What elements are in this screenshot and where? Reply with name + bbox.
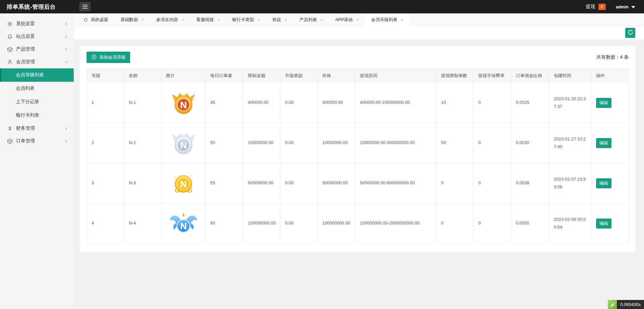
svg-text:$: $ <box>8 126 11 131</box>
top-header: 排单系统-管理后台 提现 0 admin <box>0 0 644 13</box>
edit-button[interactable]: 编辑 <box>596 178 611 188</box>
withdraw-count-badge: 0 <box>598 4 606 10</box>
sidebar-item-system-settings[interactable]: 系统设置 <box>0 17 74 30</box>
svg-text:N: N <box>180 179 186 189</box>
level-image-cell: N <box>161 163 206 203</box>
user-icon <box>6 59 13 65</box>
refresh-icon <box>628 29 633 36</box>
member-levels-table: 等级 名称 图片 每日订单量 限制金额 升级奖励 价格 提现区间 提现限制单数 … <box>87 68 629 244</box>
close-icon[interactable]: × <box>257 17 260 22</box>
sidebar-item-bankcard-list[interactable]: 银行卡列表 <box>0 109 74 122</box>
sidebar-item-label: 会员管理 <box>16 59 35 65</box>
close-icon[interactable]: × <box>284 17 287 22</box>
tab-multilanguage-content[interactable]: 多语言内容 × <box>150 13 191 26</box>
sidebar-item-updown-records[interactable]: 上下分记录 <box>0 95 74 109</box>
table-header-row: 等级 名称 图片 每日订单量 限制金额 升级奖励 价格 提现区间 提现限制单数 … <box>87 69 629 83</box>
cube-icon <box>6 47 13 52</box>
tab-agreement[interactable]: 协议 × <box>266 13 293 26</box>
svg-text:N: N <box>180 140 186 150</box>
column-header: 价格 <box>318 69 355 83</box>
chevron-left-icon <box>64 126 68 131</box>
member-levels-card: 添加会员等级 共有数据：4 条 等级 名称 <box>80 46 635 252</box>
edit-button[interactable]: 编辑 <box>596 219 611 229</box>
withdraw-entry[interactable]: 提现 0 <box>586 4 606 10</box>
column-header: 提现限制单数 <box>436 69 474 83</box>
sidebar-item-finance-management[interactable]: $ 财务管理 <box>0 122 74 135</box>
table-row: 3 N-3 N <box>87 163 629 203</box>
table-row: 4 N-4 <box>87 203 629 244</box>
gold-coin-badge-image: N <box>171 171 196 196</box>
level-image-cell: N <box>161 123 206 163</box>
column-header: 名称 <box>124 69 161 83</box>
chevron-left-icon <box>64 35 68 39</box>
column-header: 订单佣金比例 <box>511 69 549 83</box>
close-icon[interactable]: × <box>400 17 404 22</box>
plus-circle-icon <box>91 54 97 61</box>
status-bar: 0.093430s <box>608 300 644 309</box>
edit-button[interactable]: 编辑 <box>596 138 611 148</box>
admin-app: 排单系统-管理后台 提现 0 admin 系统设置 站点设置 产品管理 <box>0 0 644 309</box>
dollar-icon: $ <box>6 126 13 131</box>
sidebar-item-site-settings[interactable]: 站点设置 <box>0 30 74 43</box>
column-header: 图片 <box>161 69 206 83</box>
level-image-cell: N <box>161 83 206 123</box>
card-header: 添加会员等级 共有数据：4 条 <box>87 52 629 63</box>
sidebar-item-member-management[interactable]: 会员管理 <box>0 56 74 68</box>
edit-button[interactable]: 编辑 <box>596 98 611 108</box>
column-header: 限制金额 <box>243 69 280 83</box>
close-icon[interactable]: × <box>356 17 359 22</box>
column-header: 等级 <box>87 69 124 83</box>
chevron-down-icon <box>64 60 68 64</box>
tab-product-list[interactable]: 产品列表 × <box>293 13 329 26</box>
sidebar-item-label: 系统设置 <box>16 21 35 27</box>
withdraw-label: 提现 <box>586 4 595 10</box>
bell-icon <box>6 34 13 40</box>
header-right: 提现 0 admin <box>586 4 644 10</box>
column-header: 每日订单量 <box>206 69 243 83</box>
tab-member-levels[interactable]: 会员等级列表 × <box>365 13 410 26</box>
table-row: 2 N-2 <box>87 123 629 163</box>
user-menu[interactable]: admin <box>616 4 635 9</box>
refresh-button[interactable] <box>625 28 635 38</box>
main-area: 我的桌面 基础数据 × 多语言内容 × 客服链接 × 银行卡类型 × 协议 × <box>74 13 644 252</box>
sidebar-item-member-levels[interactable]: 会员等级列表 <box>0 68 74 82</box>
tab-bar: 我的桌面 基础数据 × 多语言内容 × 客服链接 × 银行卡类型 × 协议 × <box>74 13 644 26</box>
table-row: 1 N-1 N <box>87 83 629 123</box>
tab-basic-data[interactable]: 基础数据 × <box>114 13 150 26</box>
close-icon[interactable]: × <box>181 17 184 22</box>
sidebar-item-product-management[interactable]: 产品管理 <box>0 43 74 56</box>
column-header: 操作 <box>591 69 629 83</box>
blue-wing-badge-image: N <box>168 211 199 236</box>
add-member-level-button[interactable]: 添加会员等级 <box>87 52 130 63</box>
thinkphp-logo-icon <box>608 300 617 309</box>
silver-badge-image: N <box>171 131 196 156</box>
close-icon[interactable]: × <box>320 17 323 22</box>
tab-my-desktop[interactable]: 我的桌面 <box>77 13 114 26</box>
chevron-left-icon <box>64 47 68 52</box>
execution-time-label: 0.093430s <box>617 300 644 309</box>
sidebar-item-order-management[interactable]: 订单管理 <box>0 135 74 147</box>
chevron-down-icon <box>631 6 635 8</box>
svg-text:N: N <box>180 100 186 110</box>
close-icon[interactable]: × <box>217 17 220 22</box>
close-icon[interactable]: × <box>141 17 144 22</box>
column-header: 升级奖励 <box>280 69 318 83</box>
member-management-submenu: 会员等级列表 会员列表 上下分记录 银行卡列表 <box>0 68 74 122</box>
sidebar-item-label: 订单管理 <box>16 138 35 144</box>
hamburger-icon[interactable] <box>79 2 91 11</box>
sidebar-item-member-list[interactable]: 会员列表 <box>0 82 74 95</box>
cube-icon <box>6 138 13 144</box>
tab-service-links[interactable]: 客服链接 × <box>191 13 226 26</box>
tab-toolbar <box>74 26 644 40</box>
svg-text:N: N <box>180 221 187 231</box>
column-header: 创建时间 <box>549 69 591 83</box>
level-image-cell: N <box>161 203 206 244</box>
tab-bankcard-types[interactable]: 银行卡类型 × <box>226 13 266 26</box>
column-header: 提现手续费率 <box>474 69 511 83</box>
tab-app-scroll[interactable]: APP滚动 × <box>329 13 365 26</box>
sidebar-item-label: 财务管理 <box>16 125 35 131</box>
chevron-left-icon <box>64 139 68 143</box>
sidebar: 系统设置 站点设置 产品管理 会员管理 会员等级列表 会员列表 上下 <box>0 13 74 309</box>
total-count-label: 共有数据：4 条 <box>596 54 629 60</box>
app-title: 排单系统-管理后台 <box>0 3 74 11</box>
